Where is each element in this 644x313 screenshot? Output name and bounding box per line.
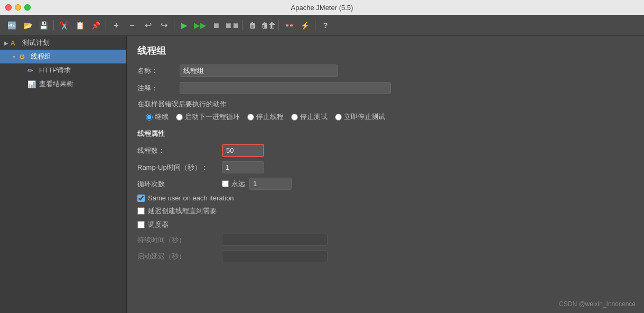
radio-start-next-input[interactable] bbox=[176, 114, 183, 121]
new-button[interactable]: 🆕 bbox=[4, 18, 19, 33]
watermark: CSDN @weixin_Innocence bbox=[559, 300, 636, 308]
window-title: Apache JMeter (5.5) bbox=[291, 4, 353, 12]
thread-count-val bbox=[222, 144, 264, 157]
delay-create-label: 延迟创建线程直到需要 bbox=[148, 206, 217, 216]
duration-input bbox=[222, 234, 328, 246]
clear-button[interactable]: 🗑 bbox=[245, 18, 260, 33]
radio-stop-thread-label: 停止线程 bbox=[256, 112, 284, 122]
rampup-row: Ramp-Up时间（秒）： bbox=[137, 161, 633, 173]
loop-count-input[interactable] bbox=[249, 178, 292, 190]
same-user-checkbox[interactable] bbox=[137, 195, 145, 202]
radio-stop-now-label: 立即停止测试 bbox=[344, 112, 385, 122]
separator-2 bbox=[106, 20, 106, 31]
stop-button[interactable]: ⏹ bbox=[209, 18, 223, 33]
radio-continue[interactable]: 继续 bbox=[146, 112, 169, 122]
loop-count-row: 循环次数 永远 bbox=[137, 178, 633, 190]
error-action-label: 在取样器错误后要执行的动作 bbox=[137, 99, 633, 109]
radio-stop-now-input[interactable] bbox=[335, 114, 342, 121]
content-panel: 线程组 名称： 注释： 在取样器错误后要执行的动作 继续 启动下一进程循环 bbox=[127, 36, 644, 313]
rampup-input[interactable] bbox=[222, 161, 264, 173]
duration-val bbox=[222, 234, 328, 246]
arrow-icon: ▶ bbox=[4, 40, 11, 46]
rampup-val bbox=[222, 161, 264, 173]
separator-3 bbox=[174, 20, 174, 31]
open-button[interactable]: 📂 bbox=[20, 18, 35, 33]
comment-row: 注释： bbox=[137, 82, 633, 94]
startup-delay-label: 启动延迟（秒） bbox=[137, 252, 222, 261]
radio-stop-now[interactable]: 立即停止测试 bbox=[335, 112, 385, 122]
test-plan-icon: A bbox=[11, 39, 20, 47]
forever-label: 永远 bbox=[231, 179, 245, 189]
same-user-row: Same user on each iteration bbox=[137, 194, 633, 202]
http-request-label: HTTP请求 bbox=[39, 66, 71, 75]
traffic-lights bbox=[5, 4, 31, 11]
same-user-label: Same user on each iteration bbox=[148, 194, 234, 202]
radio-stop-thread[interactable]: 停止线程 bbox=[247, 112, 284, 122]
http-request-icon: ✏ bbox=[27, 67, 37, 75]
redo-button[interactable]: ↪ bbox=[156, 18, 171, 33]
sidebar-item-test-plan[interactable]: ▶ A 测试计划 bbox=[0, 36, 126, 50]
duration-label: 持续时间（秒） bbox=[137, 235, 222, 245]
name-row: 名称： bbox=[137, 65, 633, 77]
run-all-button[interactable]: ▶▶ bbox=[193, 18, 208, 33]
name-label: 名称： bbox=[137, 66, 180, 76]
radio-stop-thread-input[interactable] bbox=[247, 114, 254, 121]
delay-create-row: 延迟创建线程直到需要 bbox=[137, 206, 633, 216]
close-button[interactable] bbox=[5, 4, 12, 11]
radio-start-next[interactable]: 启动下一进程循环 bbox=[176, 112, 240, 122]
comment-input[interactable] bbox=[180, 82, 391, 94]
remove-button[interactable]: − bbox=[125, 18, 139, 33]
help-button[interactable]: ? bbox=[318, 18, 333, 33]
radio-stop-test[interactable]: 停止测试 bbox=[291, 112, 328, 122]
startup-delay-input bbox=[222, 250, 328, 262]
toolbar: 🆕 📂 💾 ✂️ 📋 📌 + − ↩ ↪ ▶ ▶▶ ⏹ ⏹⏹ 🗑 🗑🗑 👓 ⚡ … bbox=[0, 15, 644, 36]
stop-all-button[interactable]: ⏹⏹ bbox=[225, 18, 239, 33]
rampup-label: Ramp-Up时间（秒）： bbox=[137, 163, 222, 172]
sidebar-item-http-request[interactable]: ✏ HTTP请求 bbox=[0, 63, 126, 77]
loop-count-label: 循环次数 bbox=[137, 179, 222, 189]
maximize-button[interactable] bbox=[24, 4, 31, 11]
function-button[interactable]: ⚡ bbox=[297, 18, 312, 33]
titlebar: Apache JMeter (5.5) bbox=[0, 0, 644, 15]
thread-count-input[interactable] bbox=[222, 144, 264, 157]
arrow-icon-2: ▾ bbox=[13, 54, 19, 60]
forever-checkbox-label[interactable]: 永远 bbox=[222, 179, 245, 189]
minimize-button[interactable] bbox=[15, 4, 21, 11]
radio-stop-test-input[interactable] bbox=[291, 114, 298, 121]
save-button[interactable]: 💾 bbox=[36, 18, 51, 33]
view-results-icon: 📊 bbox=[27, 80, 37, 88]
glasses-button[interactable]: 👓 bbox=[282, 18, 296, 33]
radio-start-next-label: 启动下一进程循环 bbox=[185, 112, 240, 122]
sidebar-item-view-results[interactable]: 📊 查看结果树 bbox=[0, 77, 126, 91]
duration-row: 持续时间（秒） bbox=[137, 234, 633, 246]
separator-5 bbox=[278, 20, 279, 31]
thread-group-label: 线程组 bbox=[31, 52, 51, 61]
name-input[interactable] bbox=[180, 65, 338, 77]
paste-button[interactable]: 📌 bbox=[88, 18, 103, 33]
thread-count-row: 线程数： bbox=[137, 144, 633, 157]
main-layout: ▶ A 测试计划 ▾ ⚙ 线程组 ✏ HTTP请求 📊 查看结果树 线程组 bbox=[0, 36, 644, 313]
forever-checkbox-input[interactable] bbox=[222, 180, 229, 187]
radio-continue-label: 继续 bbox=[155, 112, 169, 122]
copy-button[interactable]: 📋 bbox=[72, 18, 87, 33]
panel-title: 线程组 bbox=[137, 44, 633, 57]
scheduler-row: 调度器 bbox=[137, 220, 633, 229]
undo-button[interactable]: ↩ bbox=[141, 18, 155, 33]
comment-label: 注释： bbox=[137, 84, 180, 93]
startup-delay-row: 启动延迟（秒） bbox=[137, 250, 633, 262]
clear-all-button[interactable]: 🗑🗑 bbox=[261, 18, 276, 33]
radio-continue-input[interactable] bbox=[146, 114, 153, 121]
delay-create-checkbox[interactable] bbox=[137, 207, 145, 215]
run-button[interactable]: ▶ bbox=[177, 18, 192, 33]
cut-button[interactable]: ✂️ bbox=[57, 18, 71, 33]
scheduler-label: 调度器 bbox=[148, 220, 169, 229]
test-plan-label: 测试计划 bbox=[22, 38, 50, 48]
startup-delay-val bbox=[222, 250, 328, 262]
thread-group-icon: ⚙ bbox=[19, 53, 29, 61]
add-button[interactable]: + bbox=[109, 18, 124, 33]
view-results-label: 查看结果树 bbox=[39, 79, 73, 89]
thread-props-title: 线程属性 bbox=[137, 129, 633, 139]
sidebar-item-thread-group[interactable]: ▾ ⚙ 线程组 bbox=[0, 50, 126, 63]
scheduler-checkbox[interactable] bbox=[137, 221, 145, 228]
separator-1 bbox=[53, 20, 54, 31]
